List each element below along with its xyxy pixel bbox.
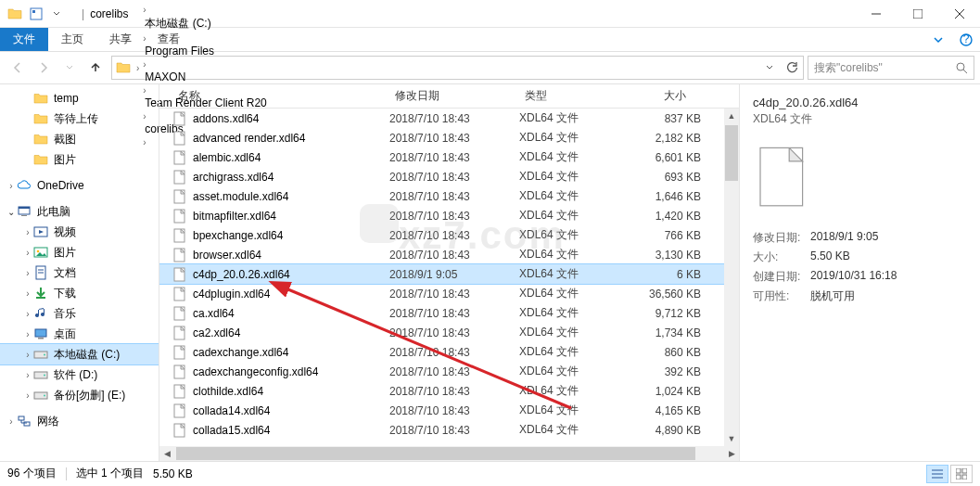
- file-row[interactable]: asset.module.xdl642018/7/10 18:43XDL64 文…: [159, 186, 739, 206]
- column-type[interactable]: 类型: [519, 88, 630, 104]
- nav-thispc[interactable]: ⌄ 此电脑: [0, 201, 159, 222]
- column-name[interactable]: 名称: [172, 88, 389, 104]
- file-row[interactable]: c4dp_20.0.26.xdl642018/9/1 9:05XDL64 文件6…: [159, 264, 739, 284]
- file-row[interactable]: archigrass.xdl642018/7/10 18:43XDL64 文件6…: [159, 167, 739, 186]
- file-row[interactable]: clothilde.xdl642018/7/10 18:43XDL64 文件1,…: [159, 381, 739, 401]
- nav-pc-item[interactable]: ›软件 (D:): [0, 364, 159, 385]
- preview-filetype: XDL64 文件: [753, 111, 967, 127]
- nav-quick-item[interactable]: 截图: [0, 129, 159, 149]
- file-date: 2018/7/10 18:43: [389, 112, 519, 125]
- network-icon: [17, 414, 32, 428]
- chevron-right-icon[interactable]: ›: [22, 370, 33, 380]
- nav-pc-item[interactable]: ›图片: [0, 242, 159, 262]
- pics-icon: [33, 245, 48, 260]
- file-row[interactable]: cadexchangeconfig.xdl642018/7/10 18:43XD…: [159, 362, 739, 381]
- recent-dropdown[interactable]: [57, 56, 82, 80]
- chevron-right-icon[interactable]: ›: [22, 350, 33, 360]
- nav-pc-item[interactable]: ›备份[勿删] (E:): [0, 385, 159, 405]
- nav-pc-item[interactable]: ›桌面: [0, 324, 159, 344]
- chevron-right-icon[interactable]: ›: [22, 288, 33, 299]
- file-name: ca.xdl64: [193, 307, 389, 320]
- horizontal-scrollbar[interactable]: ◀ ▶: [159, 446, 739, 461]
- chevron-right-icon[interactable]: ›: [6, 416, 17, 427]
- breadcrumb-item[interactable]: 本地磁盘 (C:): [141, 16, 270, 32]
- forward-button[interactable]: [32, 56, 56, 80]
- scroll-right-button[interactable]: ▶: [724, 446, 739, 461]
- file-row[interactable]: cadexchange.xdl642018/7/10 18:43XDL64 文件…: [159, 342, 739, 362]
- nav-quick-item[interactable]: 等待上传: [0, 109, 159, 129]
- address-dropdown[interactable]: [758, 57, 781, 79]
- scroll-thumb[interactable]: [725, 125, 738, 181]
- window-title: corelibs: [90, 7, 128, 20]
- file-icon: [172, 209, 187, 224]
- ribbon-expand-button[interactable]: [924, 28, 952, 51]
- column-date[interactable]: 修改日期: [389, 88, 519, 104]
- file-row[interactable]: advanced render.xdl642018/7/10 18:43XDL6…: [159, 128, 739, 147]
- file-row[interactable]: collada15.xdl642018/7/10 18:43XDL64 文件4,…: [159, 420, 739, 440]
- nav-pc-item[interactable]: ›本地磁盘 (C:): [0, 344, 159, 364]
- file-size: 36,560 KB: [630, 288, 701, 301]
- chevron-right-icon[interactable]: ›: [134, 63, 141, 73]
- nav-quick-item[interactable]: 图片: [0, 149, 159, 170]
- back-button[interactable]: [6, 56, 30, 80]
- breadcrumb-item[interactable]: 此电脑: [141, 0, 270, 3]
- view-details-button[interactable]: [926, 465, 948, 483]
- music-icon: [33, 306, 48, 321]
- folder-icon: [116, 60, 131, 75]
- nav-pc-item[interactable]: ›音乐: [0, 303, 159, 324]
- file-type: XDL64 文件: [519, 305, 630, 321]
- chevron-right-icon[interactable]: ›: [22, 268, 33, 278]
- file-date: 2018/7/10 18:43: [389, 404, 519, 417]
- breadcrumb-item[interactable]: MAXON: [141, 70, 270, 83]
- chevron-right-icon[interactable]: ›: [141, 5, 147, 15]
- vertical-scrollbar[interactable]: ▲ ▼: [724, 109, 739, 446]
- close-button[interactable]: [938, 0, 980, 28]
- chevron-right-icon[interactable]: ›: [22, 227, 33, 237]
- nav-pc-item[interactable]: ›视频: [0, 222, 159, 242]
- scroll-up-button[interactable]: ▲: [724, 109, 739, 123]
- nav-pc-item[interactable]: ›下载: [0, 283, 159, 303]
- file-row[interactable]: c4dplugin.xdl642018/7/10 18:43XDL64 文件36…: [159, 284, 739, 303]
- chevron-right-icon[interactable]: ›: [22, 248, 33, 258]
- maximize-button[interactable]: [897, 0, 938, 28]
- ribbon-share-tab[interactable]: 共享: [96, 28, 145, 51]
- file-row[interactable]: ca.xdl642018/7/10 18:43XDL64 文件9,712 KB: [159, 303, 739, 323]
- scroll-thumb[interactable]: [176, 447, 695, 460]
- minimize-button[interactable]: [855, 0, 897, 28]
- address-bar[interactable]: › 此电脑›本地磁盘 (C:)›Program Files›MAXON›Team…: [111, 56, 804, 80]
- qat-properties[interactable]: [26, 4, 46, 24]
- chevron-down-icon[interactable]: ⌄: [6, 207, 17, 217]
- scroll-left-button[interactable]: ◀: [159, 446, 174, 461]
- file-size: 1,734 KB: [630, 326, 701, 339]
- search-box[interactable]: 搜索"corelibs": [808, 56, 974, 80]
- breadcrumb-item[interactable]: Program Files: [141, 45, 270, 58]
- svg-point-25: [44, 375, 45, 377]
- refresh-button[interactable]: [781, 57, 803, 79]
- nav-network[interactable]: › 网络: [0, 411, 159, 431]
- qat-dropdown[interactable]: [46, 4, 67, 24]
- column-size[interactable]: 大小: [630, 88, 705, 104]
- up-button[interactable]: [83, 56, 108, 80]
- file-row[interactable]: bpexchange.xdl642018/7/10 18:43XDL64 文件7…: [159, 225, 739, 245]
- file-row[interactable]: alembic.xdl642018/7/10 18:43XDL64 文件6,60…: [159, 147, 739, 167]
- chevron-right-icon[interactable]: ›: [6, 181, 17, 191]
- chevron-right-icon[interactable]: ›: [141, 33, 147, 44]
- nav-pc-item[interactable]: ›文档: [0, 262, 159, 283]
- file-row[interactable]: collada14.xdl642018/7/10 18:43XDL64 文件4,…: [159, 401, 739, 420]
- file-row[interactable]: ca2.xdl642018/7/10 18:43XDL64 文件1,734 KB: [159, 323, 739, 342]
- nav-label: 音乐: [54, 306, 76, 322]
- nav-quick-item[interactable]: temp: [0, 88, 159, 109]
- file-row[interactable]: bitmapfilter.xdl642018/7/10 18:43XDL64 文…: [159, 206, 739, 225]
- nav-onedrive[interactable]: › OneDrive: [0, 175, 159, 196]
- chevron-right-icon[interactable]: ›: [141, 59, 147, 70]
- chevron-right-icon[interactable]: ›: [22, 329, 33, 339]
- chevron-right-icon[interactable]: ›: [22, 390, 33, 401]
- view-icons-button[interactable]: [950, 465, 973, 483]
- chevron-right-icon[interactable]: ›: [22, 309, 33, 319]
- ribbon-file-tab[interactable]: 文件: [0, 28, 48, 51]
- file-row[interactable]: browser.xdl642018/7/10 18:43XDL64 文件3,13…: [159, 245, 739, 264]
- ribbon-home-tab[interactable]: 主页: [48, 28, 96, 51]
- file-row[interactable]: addons.xdl642018/7/10 18:43XDL64 文件837 K…: [159, 109, 739, 128]
- scroll-down-button[interactable]: ▼: [724, 431, 739, 446]
- ribbon-help-button[interactable]: ?: [952, 28, 980, 51]
